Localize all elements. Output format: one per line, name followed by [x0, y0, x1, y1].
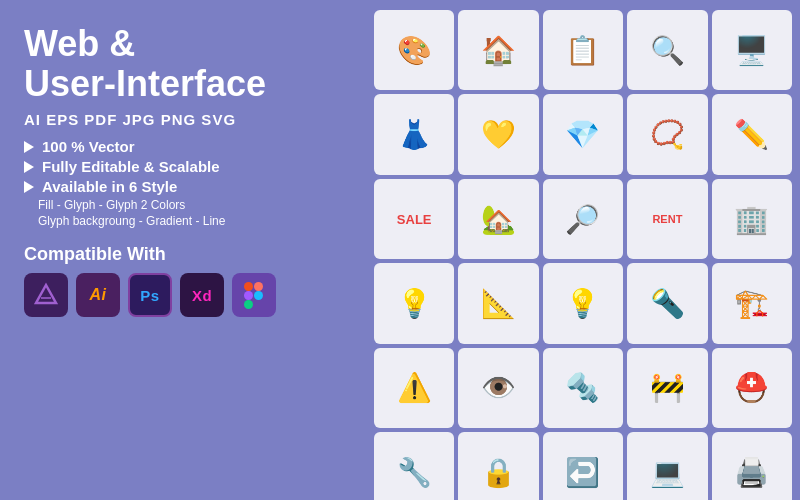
svg-rect-5 — [244, 300, 253, 309]
icon-lightbulb: 💡 — [543, 263, 623, 343]
app-icons-row: Ai Ps Xd — [24, 273, 350, 317]
svg-rect-4 — [244, 291, 253, 300]
features-list: 100 % Vector Fully Editable & Scalable A… — [24, 138, 350, 230]
icon-calendar: 📋 — [543, 10, 623, 90]
figma-app-icon — [243, 281, 265, 309]
feature-vector: 100 % Vector — [24, 138, 350, 155]
svg-rect-3 — [254, 282, 263, 291]
app-icon-ai: Ai — [76, 273, 120, 317]
icon-bracelet: 💛 — [458, 94, 538, 174]
icon-dress: 👗 — [374, 94, 454, 174]
app-ps-label: Ps — [140, 287, 159, 304]
icon-eye: 👁️ — [458, 348, 538, 428]
app-ai-label: Ai — [90, 286, 107, 304]
app-icon-figma — [232, 273, 276, 317]
icon-monitor: 🖥️ — [712, 10, 792, 90]
icon-screws: 🔩 — [543, 348, 623, 428]
icon-earrings: 💎 — [543, 94, 623, 174]
icon-house-lock: 🏡 — [458, 179, 538, 259]
icon-search-bug: 🔍 — [627, 10, 707, 90]
feature-styles: Available in 6 Style — [24, 178, 350, 195]
icon-helmet: ⛑️ — [712, 348, 792, 428]
icon-warning: ⚠️ — [374, 348, 454, 428]
icon-rent-sign: RENT — [627, 179, 707, 259]
feature-detail-2: Glyph backgroung - Gradient - Line — [24, 214, 350, 228]
formats-label: AI EPS PDF JPG PNG SVG — [24, 111, 350, 128]
vector-app-icon — [32, 281, 60, 309]
arrow-icon — [24, 181, 34, 193]
feature-editable: Fully Editable & Scalable — [24, 158, 350, 175]
icon-lock: 🔒 — [458, 432, 538, 500]
icon-crane: 🏗️ — [712, 263, 792, 343]
icon-grid: 🎨 🏠 📋 🔍 🖥️ 👗 💛 💎 📿 ✏️ SALE 🏡 🔎 RENT 🏢 💡 … — [370, 0, 800, 500]
icon-building: 🏢 — [712, 179, 792, 259]
svg-rect-2 — [244, 282, 253, 291]
app-icon-vector — [24, 273, 68, 317]
icon-fence: 🚧 — [627, 348, 707, 428]
icon-lamp: 💡 — [374, 263, 454, 343]
arrow-icon — [24, 141, 34, 153]
icon-palette: 🎨 — [374, 10, 454, 90]
icon-arrow-left: ↩️ — [543, 432, 623, 500]
icon-ruler-pencil: 📐 — [458, 263, 538, 343]
app-xd-label: Xd — [192, 287, 212, 304]
left-panel: Web & User-Interface AI EPS PDF JPG PNG … — [0, 0, 370, 500]
app-icon-xd: Xd — [180, 273, 224, 317]
icon-house-search: 🔎 — [543, 179, 623, 259]
icon-house: 🏠 — [458, 10, 538, 90]
feature-detail-1: Fill - Glyph - Glyph 2 Colors — [24, 198, 350, 212]
icon-printer: 🖨️ — [712, 432, 792, 500]
icon-wrench: 🔧 — [374, 432, 454, 500]
svg-point-6 — [254, 291, 263, 300]
icon-sale-tag: SALE — [374, 179, 454, 259]
arrow-icon — [24, 161, 34, 173]
icon-pen: ✏️ — [712, 94, 792, 174]
icon-flashlight: 🔦 — [627, 263, 707, 343]
app-icon-ps: Ps — [128, 273, 172, 317]
main-title: Web & User-Interface — [24, 24, 350, 103]
icon-necklace: 📿 — [627, 94, 707, 174]
compatible-title: Compatible With — [24, 244, 350, 265]
svg-marker-0 — [36, 285, 56, 303]
icon-laptop: 💻 — [627, 432, 707, 500]
